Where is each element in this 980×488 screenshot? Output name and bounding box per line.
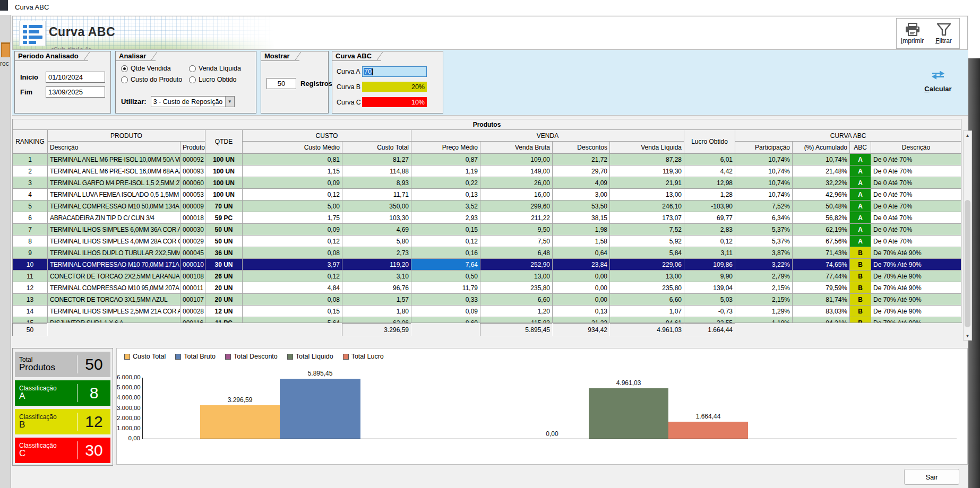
cell-qtde[interactable]: 20 UN [205, 282, 243, 294]
cell-abcdesc[interactable]: De 70% Até 90% [871, 247, 961, 259]
cell-rank[interactable]: 9 [13, 247, 48, 259]
cell-qtde[interactable]: 100 UN [205, 177, 243, 189]
cell-part[interactable]: 2,15% [735, 294, 793, 306]
cell-abcdesc[interactable]: De 70% Até 90% [871, 259, 961, 271]
fim-date-input[interactable]: 13/09/2025 [46, 86, 105, 98]
cell-pm[interactable]: 0,16 [411, 247, 480, 259]
cell-desc[interactable]: DISJUNTOR SHB1 1 X 6 A [48, 317, 180, 324]
cell-pm[interactable]: 0,87 [411, 154, 480, 165]
cell-vl[interactable]: 94,61 [610, 317, 684, 324]
cell-vl[interactable]: 173,07 [610, 212, 684, 224]
cell-cm[interactable]: 0,08 [243, 247, 342, 259]
table-row[interactable]: 8TERMINAL ILHOS SIMPLES 4,0MM 28A COR CI… [13, 236, 961, 247]
cell-vb[interactable]: 149,00 [480, 165, 553, 177]
cell-part[interactable]: 1,29% [735, 306, 793, 317]
cell-abc[interactable]: B [850, 317, 871, 324]
radio-venda-líquida[interactable]: Venda Líquida [189, 65, 241, 72]
cell-dsc[interactable]: 1,58 [553, 236, 610, 247]
cell-dsc[interactable]: 0,13 [553, 306, 610, 317]
cell-pm[interactable]: 11,79 [411, 282, 480, 294]
cell-desc[interactable]: TERMINAL GARFO M4 PRE-ISOL 1,5 2,5MM 27A [48, 177, 180, 189]
cell-acum[interactable]: 32,22% [793, 177, 850, 189]
cell-qtde[interactable]: 100 UN [205, 165, 243, 177]
cell-rank[interactable]: 5 [13, 201, 48, 212]
cell-cm[interactable]: 3,97 [243, 259, 342, 271]
cell-vl[interactable]: 5,84 [610, 247, 684, 259]
cell-rank[interactable]: 1 [13, 154, 48, 165]
cell-prod[interactable]: 000011 [180, 282, 205, 294]
radio-lucro-obtido[interactable]: Lucro Obtido [189, 76, 241, 83]
cell-part[interactable]: 1,18% [735, 317, 793, 324]
cell-lucro[interactable]: 109,86 [684, 259, 735, 271]
cell-pm[interactable]: 0,15 [411, 224, 480, 236]
cell-abc[interactable]: B [850, 259, 871, 271]
cell-ct[interactable]: 1,80 [342, 306, 411, 317]
cell-acum[interactable]: 74,65% [793, 259, 850, 271]
cell-part[interactable]: 2,79% [735, 271, 793, 282]
radio-icon[interactable] [121, 76, 128, 83]
cell-lucro[interactable]: 139,04 [684, 282, 735, 294]
cell-cm[interactable]: 0,12 [243, 236, 342, 247]
cell-qtde[interactable]: 30 UN [205, 259, 243, 271]
cell-cm[interactable]: 0,09 [243, 177, 342, 189]
cell-vb[interactable]: 211,22 [480, 212, 553, 224]
utilizar-dropdown[interactable]: 3 - Custo de Reposição ▼ [151, 96, 235, 107]
cell-desc[interactable]: TERMINAL LUVA FEMEA ISOLADO 0,5 1,5MM 1 [48, 189, 180, 201]
cell-prod[interactable]: 000045 [180, 247, 205, 259]
cell-part[interactable]: 2,15% [735, 282, 793, 294]
cell-rank[interactable]: 4 [13, 189, 48, 201]
cell-qtde[interactable]: 100 UN [205, 189, 243, 201]
cell-rank[interactable]: 3 [13, 177, 48, 189]
cell-abcdesc[interactable]: De 0 Até 70% [871, 224, 961, 236]
cell-ct[interactable]: 62,06 [342, 317, 411, 324]
cell-pm[interactable]: 3,52 [411, 201, 480, 212]
cell-dsc[interactable]: 0,64 [553, 247, 610, 259]
cell-part[interactable]: 7,52% [735, 201, 793, 212]
cell-pm[interactable]: 2,93 [411, 212, 480, 224]
cell-part[interactable]: 5,37% [735, 224, 793, 236]
calcular-button[interactable]: Calcular [917, 71, 959, 93]
cell-desc[interactable]: ABRACADEIRA ZIN TIP D C/ CUN 3/4 [48, 212, 180, 224]
cell-abc[interactable]: A [850, 177, 871, 189]
cell-vb[interactable]: 252,90 [480, 259, 553, 271]
cell-cm[interactable]: 0,15 [243, 306, 342, 317]
col-qtde[interactable]: QTDE [205, 130, 243, 153]
cell-ct[interactable]: 11,71 [342, 189, 411, 201]
table-row[interactable]: 11CONECTOR DE TORCAO 2X2,5MM LARANJA0001… [13, 271, 961, 282]
cell-lucro[interactable]: 9,90 [684, 271, 735, 282]
table-row[interactable]: 2TERMINAL ANEL M6 PRE-ISOL 16,0MM 68A AZ… [13, 165, 961, 177]
cell-abcdesc[interactable]: De 0 Até 70% [871, 212, 961, 224]
cell-ct[interactable]: 350,00 [342, 201, 411, 212]
table-row[interactable]: 9TERMINAL ILHOS DUPLO TUBULAR 2X2,5MM000… [13, 247, 961, 259]
cell-lucro[interactable]: 69,77 [684, 212, 735, 224]
cell-vl[interactable]: 119,30 [610, 165, 684, 177]
cell-desc[interactable]: CONECTOR DE TORCAO 3X1,5MM AZUL [48, 294, 180, 306]
cell-abcdesc[interactable]: De 0 Até 70% [871, 154, 961, 165]
cell-dsc[interactable]: 23,84 [553, 259, 610, 271]
cell-acum[interactable]: 81,74% [793, 294, 850, 306]
cell-desc[interactable]: TERMINAL ILHOS SIMPLES 2,5MM 21A COR AZ [48, 306, 180, 317]
cell-acum[interactable]: 79,59% [793, 282, 850, 294]
cell-qtde[interactable]: 11 PC [205, 317, 243, 324]
table-row[interactable]: 5TERMINAL COMPRESSAO M10 50,0MM 134A0000… [13, 201, 961, 212]
cell-abcdesc[interactable]: De 0 Até 70% [871, 165, 961, 177]
col-descricao[interactable]: Descrição [48, 142, 180, 153]
cell-prod[interactable]: 000092 [180, 154, 205, 165]
col-participacao[interactable]: Participação [735, 142, 793, 153]
cell-prod[interactable]: 000018 [180, 212, 205, 224]
cell-desc[interactable]: TERMINAL COMPRESSAO M10 70,0MM 171A [48, 259, 180, 271]
cell-abc[interactable]: B [850, 306, 871, 317]
cell-desc[interactable]: TERMINAL COMPRESSAO M10 95,0MM 207A [48, 282, 180, 294]
col-group-custo[interactable]: CUSTO [243, 130, 411, 142]
col-venda-liquida[interactable]: Venda Líquida [610, 142, 684, 153]
cell-rank[interactable]: 11 [13, 271, 48, 282]
cell-acum[interactable]: 62,19% [793, 224, 850, 236]
table-row[interactable]: 6ABRACADEIRA ZIN TIP D C/ CUN 3/40000185… [13, 212, 961, 224]
cell-ct[interactable]: 103,30 [342, 212, 411, 224]
cell-vl[interactable]: 229,06 [610, 259, 684, 271]
cell-abcdesc[interactable]: De 0 Até 70% [871, 236, 961, 247]
cell-qtde[interactable]: 12 UN [205, 306, 243, 317]
cell-part[interactable]: 10,74% [735, 154, 793, 165]
cell-abc[interactable]: A [850, 224, 871, 236]
cell-abc[interactable]: A [850, 201, 871, 212]
